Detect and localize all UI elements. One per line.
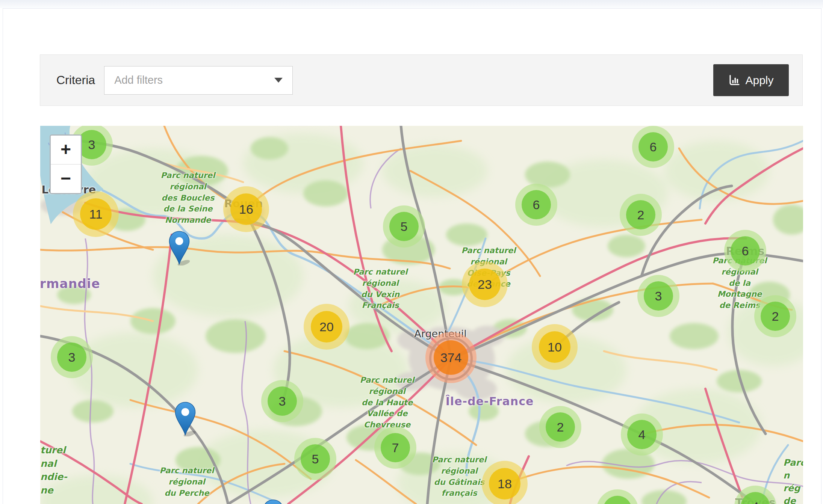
map-pin-marker[interactable] [169, 231, 190, 266]
cluster-count: 3 [644, 281, 673, 311]
map-cluster-marker[interactable]: 5 [301, 444, 330, 474]
top-strip [0, 0, 823, 8]
map-container[interactable]: Parc naturel régional des Boucles de la … [40, 126, 803, 504]
map-cluster-marker[interactable]: 11 [80, 198, 112, 230]
cluster-count: 18 [489, 468, 520, 499]
cluster-count: 20 [311, 311, 342, 343]
map-pin-marker[interactable] [175, 402, 196, 436]
cluster-count: 6 [522, 190, 551, 219]
add-filters-dropdown[interactable]: Add filters [104, 66, 293, 95]
map-markers-layer: 311165662623322010374332475184 [40, 126, 803, 504]
map-cluster-marker[interactable] [603, 496, 632, 504]
zoom-out-button[interactable]: − [51, 164, 81, 193]
cluster-count: 10 [539, 331, 570, 363]
cluster-count: 2 [546, 412, 575, 442]
map-cluster-marker[interactable]: 3 [268, 386, 297, 416]
map-cluster-marker[interactable]: 20 [311, 311, 342, 343]
map-cluster-marker[interactable]: 6 [522, 190, 551, 219]
map-cluster-marker[interactable]: 6 [731, 236, 760, 266]
criteria-bar: Criteria Add filters Apply [40, 54, 803, 106]
cluster-count: 3 [57, 343, 86, 372]
map-cluster-marker[interactable]: 4 [627, 420, 657, 449]
cluster-count: 3 [268, 386, 297, 416]
map-cluster-marker[interactable]: 2 [626, 200, 655, 229]
chevron-down-icon [274, 78, 283, 83]
cluster-count: 11 [80, 198, 112, 230]
map-cluster-marker[interactable]: 2 [546, 412, 575, 442]
cluster-count: 7 [381, 433, 410, 462]
map-cluster-marker[interactable]: 23 [469, 269, 501, 300]
map-cluster-marker[interactable]: 2 [761, 302, 790, 331]
apply-button[interactable]: Apply [713, 64, 789, 96]
criteria-label: Criteria [56, 73, 95, 87]
map-cluster-marker[interactable]: 10 [539, 331, 570, 363]
cluster-count: 16 [230, 193, 262, 225]
cluster-count: 6 [731, 236, 760, 266]
cluster-count: 6 [638, 132, 668, 161]
cluster-count: 2 [626, 200, 655, 229]
map-cluster-marker[interactable]: 5 [389, 212, 419, 241]
map-cluster-marker[interactable]: 374 [434, 340, 468, 375]
cluster-count: 2 [761, 302, 790, 331]
cluster-count: 374 [434, 340, 468, 375]
cluster-count: 4 [627, 420, 657, 449]
content-panel: Criteria Add filters Apply [3, 8, 821, 504]
map-cluster-marker[interactable]: 7 [381, 433, 410, 462]
map-cluster-marker[interactable]: 3 [644, 281, 673, 311]
map-cluster-marker[interactable]: 18 [489, 468, 520, 499]
map-cluster-marker[interactable]: 6 [638, 132, 668, 161]
cluster-count: 5 [301, 444, 330, 474]
cluster-count: 23 [469, 269, 501, 300]
chart-bar-icon [728, 74, 740, 86]
map-cluster-marker[interactable]: 16 [230, 193, 262, 225]
map-cluster-marker[interactable]: 3 [57, 343, 86, 372]
zoom-in-button[interactable]: + [51, 136, 81, 164]
apply-label: Apply [745, 74, 773, 87]
map-cluster-marker[interactable]: 4 [741, 492, 770, 504]
map-zoom-control: + − [50, 134, 82, 194]
map-pin-marker[interactable] [263, 499, 284, 504]
cluster-count: 5 [389, 212, 419, 241]
dropdown-placeholder: Add filters [114, 74, 274, 86]
